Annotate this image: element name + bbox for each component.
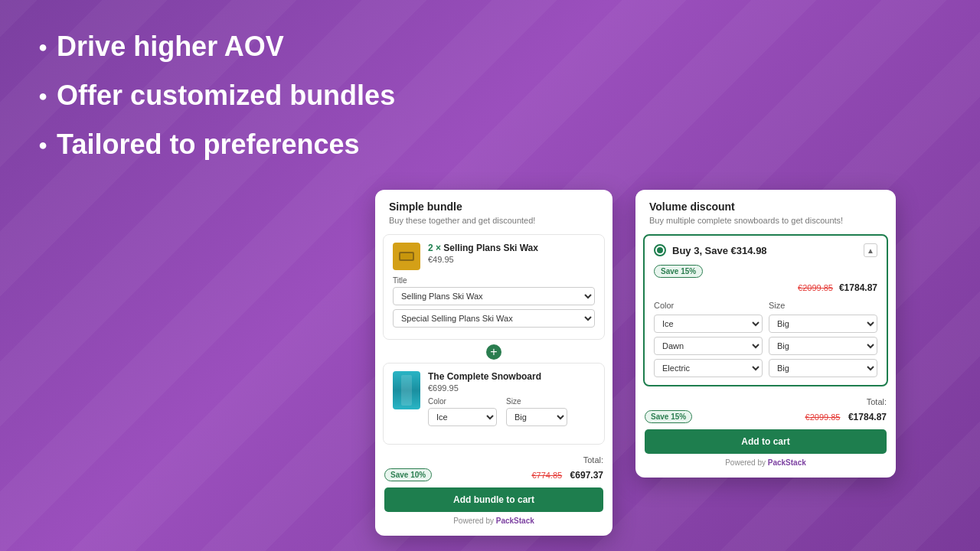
title-field-group: Title Selling Plans Ski Wax Special Sell… <box>393 276 595 331</box>
right-discounted-price: €1784.87 <box>848 412 887 422</box>
left-prices: €774.85 €697.37 <box>531 468 603 481</box>
size-header: Size <box>769 301 877 311</box>
left-card-subtitle: Buy these together and get discounted! <box>389 216 599 225</box>
right-card-header: Volume discount Buy multiple complete sn… <box>635 190 896 234</box>
product-qty-wax: 2 × <box>428 243 441 253</box>
right-price-row: Save 15% €2099.85 €1784.87 <box>645 409 887 423</box>
right-save-badge: Save 15% <box>645 410 692 423</box>
right-card-subtitle: Buy multiple complete snowboards to get … <box>649 216 882 225</box>
size-field: Size Big Medium Small <box>506 397 567 430</box>
product-row-snowboard: The Complete Snowboard €699.95 Color Ice… <box>383 363 605 445</box>
color-size-headers: Color Size <box>654 301 877 311</box>
left-save-badge: Save 10% <box>384 468 432 481</box>
radio-button[interactable] <box>654 244 666 256</box>
volume-option-title: Buy 3, Save €314.98 <box>672 245 767 256</box>
select-pair-3: ElectricIceDawn BigMediumSmall <box>654 359 877 377</box>
left-price-row: Save 10% €774.85 €697.37 <box>384 468 603 481</box>
product-info-wax: 2 × Selling Plans Ski Wax €49.95 <box>428 243 595 264</box>
add-product-btn-container: + <box>375 344 612 360</box>
product-img-wax <box>393 243 420 270</box>
color-label: Color <box>428 397 497 406</box>
bullet-1: Drive higher AOV <box>38 31 395 63</box>
color-size-selects: IceDawnElectric BigMediumSmall DawnIceEl… <box>654 315 877 377</box>
volume-option: Buy 3, Save €314.98 ▲ Save 15% €2099.85 … <box>643 234 888 386</box>
left-total-label: Total: <box>384 455 603 465</box>
volume-discounted-price: €1784.87 <box>839 282 877 293</box>
right-total-label: Total: <box>645 397 887 406</box>
right-powered-by: Powered by PackStack <box>645 458 887 470</box>
chevron-up-icon[interactable]: ▲ <box>864 243 877 257</box>
left-packstack-link[interactable]: PackStack <box>496 517 534 525</box>
product-price-wax: €49.95 <box>428 255 595 264</box>
size-select-1[interactable]: BigMediumSmall <box>769 315 877 333</box>
bullet-2: Offer customized bundles <box>38 80 395 112</box>
simple-bundle-card: Simple bundle Buy these together and get… <box>375 190 612 536</box>
volume-save-badge: Save 15% <box>654 265 703 278</box>
left-original-price: €774.85 <box>531 471 562 480</box>
volume-option-header: Buy 3, Save €314.98 ▲ <box>654 243 877 257</box>
product-name-snowboard: The Complete Snowboard <box>428 371 595 382</box>
product-name-wax: 2 × Selling Plans Ski Wax <box>428 243 595 253</box>
right-card-footer: Total: Save 15% €2099.85 €1784.87 Add to… <box>635 393 896 478</box>
color-select-3[interactable]: ElectricIceDawn <box>654 359 763 377</box>
right-card-title: Volume discount <box>649 201 882 213</box>
select-pair-1: IceDawnElectric BigMediumSmall <box>654 315 877 333</box>
volume-prices: €2099.85 €1784.87 <box>654 282 877 293</box>
volume-option-left: Buy 3, Save €314.98 <box>654 244 767 256</box>
hero-section: Drive higher AOV Offer customized bundle… <box>38 31 395 178</box>
product-title-wax: Selling Plans Ski Wax <box>443 243 538 253</box>
left-card-footer: Total: Save 10% €774.85 €697.37 Add bund… <box>375 449 612 536</box>
color-size-row: Color Ice Dawn Electric Size Big Me <box>428 397 595 430</box>
snowboard-color-select[interactable]: Ice Dawn Electric <box>428 408 497 426</box>
left-powered-by: Powered by PackStack <box>384 517 603 528</box>
product-info-snowboard: The Complete Snowboard €699.95 Color Ice… <box>428 371 595 430</box>
product-price-snowboard: €699.95 <box>428 383 595 393</box>
left-discounted-price: €697.37 <box>570 470 603 481</box>
volume-original-price: €2099.85 <box>798 283 833 292</box>
select-pair-2: DawnIceElectric BigMediumSmall <box>654 337 877 355</box>
wax-select-1[interactable]: Selling Plans Ski Wax Special Selling Pl… <box>393 287 595 305</box>
size-select-3[interactable]: BigMediumSmall <box>769 359 877 377</box>
size-label: Size <box>506 397 567 406</box>
color-select-1[interactable]: IceDawnElectric <box>654 315 763 333</box>
right-packstack-link[interactable]: PackStack <box>768 458 806 467</box>
bullet-3: Tailored to preferences <box>38 129 395 161</box>
color-field: Color Ice Dawn Electric <box>428 397 497 430</box>
right-prices: €2099.85 €1784.87 <box>805 409 887 423</box>
add-to-cart-button[interactable]: Add to cart <box>645 429 887 454</box>
color-select-2[interactable]: DawnIceElectric <box>654 337 763 355</box>
color-header: Color <box>654 301 763 311</box>
wax-select-2[interactable]: Special Selling Plans Ski Wax Selling Pl… <box>393 309 595 328</box>
left-card-title: Simple bundle <box>389 201 599 213</box>
left-card-header: Simple bundle Buy these together and get… <box>375 190 612 234</box>
volume-discount-card: Volume discount Buy multiple complete sn… <box>635 190 896 478</box>
add-product-icon[interactable]: + <box>486 344 501 360</box>
cards-container: Simple bundle Buy these together and get… <box>375 190 896 536</box>
right-original-price: €2099.85 <box>805 412 841 422</box>
product-top-snowboard: The Complete Snowboard €699.95 Color Ice… <box>393 371 595 430</box>
title-field-label: Title <box>393 276 595 285</box>
size-select-2[interactable]: BigMediumSmall <box>769 337 877 355</box>
svg-rect-1 <box>400 253 413 259</box>
product-row-wax: 2 × Selling Plans Ski Wax €49.95 Title S… <box>383 234 605 340</box>
product-top-wax: 2 × Selling Plans Ski Wax €49.95 <box>393 243 595 270</box>
add-bundle-to-cart-button[interactable]: Add bundle to cart <box>384 487 603 512</box>
volume-save-badge-container: Save 15% <box>654 263 877 282</box>
product-img-snowboard <box>393 371 420 409</box>
snowboard-size-select[interactable]: Big Medium Small <box>506 408 567 426</box>
